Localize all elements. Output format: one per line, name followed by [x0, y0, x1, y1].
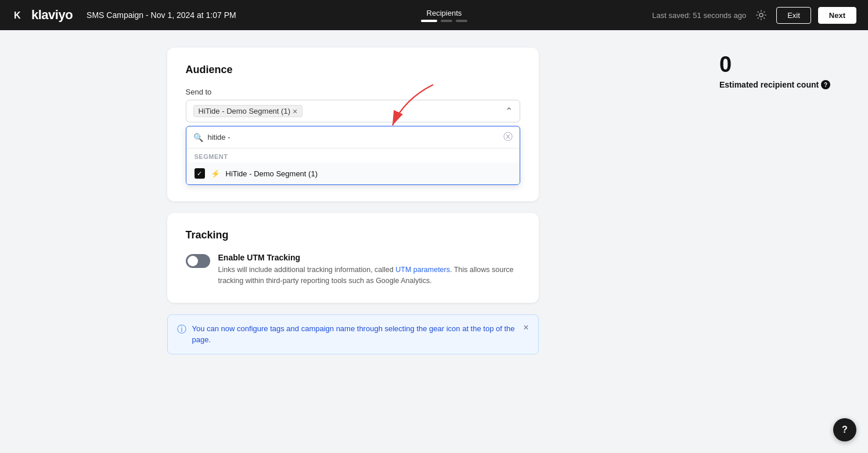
send-to-tags: HiTide - Demo Segment (1) × [193, 105, 303, 117]
settings-button[interactable] [753, 7, 769, 23]
checkbox-checked-icon: ✓ [195, 168, 205, 179]
audience-card-title: Audience [186, 64, 520, 76]
last-saved-text: Last saved: 51 seconds ago [652, 11, 746, 20]
step-dot-3 [456, 20, 467, 22]
segment-search-input[interactable] [208, 133, 499, 142]
utm-toggle-desc: Links will include additional tracking i… [218, 264, 520, 287]
utm-toggle-label: Enable UTM Tracking [218, 253, 520, 262]
tracking-card: Tracking Enable UTM Tracking Links will … [167, 213, 539, 303]
klaviyo-logo-icon: K [12, 7, 28, 23]
tag-close-icon[interactable]: × [293, 107, 297, 115]
main-content: Audience Send to HiTide - Demo Segment (… [0, 0, 868, 453]
step-dot-2 [441, 20, 452, 22]
segment-dropdown[interactable]: 🔍 ⓧ Segment ✓ ⚡ HiTide - Demo Segment (1… [186, 126, 520, 185]
gear-icon [755, 9, 767, 21]
content-area: Audience Send to HiTide - Demo Segment (… [0, 30, 705, 453]
step-label: Recipients [427, 9, 462, 17]
utm-parameters-link[interactable]: UTM parameters [395, 266, 450, 274]
search-clear-icon[interactable]: ⓧ [503, 131, 513, 143]
campaign-title: SMS Campaign - Nov 1, 2024 at 1:07 PM [87, 10, 236, 20]
dropdown-item-hitide[interactable]: ✓ ⚡ HiTide - Demo Segment (1) [186, 162, 520, 184]
steps-indicator: Recipients [246, 9, 643, 22]
count-number: 0 [719, 53, 732, 75]
help-fab-button[interactable]: ? [833, 418, 856, 441]
desc-prefix: Links will include additional tracking i… [218, 266, 396, 274]
checkmark-icon: ✓ [197, 170, 202, 177]
exit-button[interactable]: Exit [776, 7, 811, 24]
bolt-icon: ⚡ [211, 169, 220, 178]
sidebar-right: 0 Estimated recipient count ? [705, 30, 868, 453]
utm-toggle-text: Enable UTM Tracking Links will include a… [218, 253, 520, 287]
audience-card: Audience Send to HiTide - Demo Segment (… [167, 48, 539, 201]
step-dots [421, 20, 467, 22]
count-help-icon[interactable]: ? [821, 80, 830, 89]
send-to-label: Send to [186, 88, 520, 96]
count-label: Estimated recipient count ? [719, 80, 830, 89]
top-navigation: K klaviyo SMS Campaign - Nov 1, 2024 at … [0, 0, 868, 30]
info-icon: ⓘ [177, 324, 186, 336]
tag-label: HiTide - Demo Segment (1) [199, 107, 290, 115]
utm-toggle[interactable] [186, 254, 210, 268]
logo-text: klaviyo [31, 8, 73, 23]
utm-toggle-row: Enable UTM Tracking Links will include a… [186, 253, 520, 287]
send-to-select[interactable]: HiTide - Demo Segment (1) × ⌃ [186, 100, 520, 122]
search-icon: 🔍 [193, 133, 203, 142]
info-banner: ⓘ You can now configure tags and campaig… [167, 314, 539, 354]
tracking-card-title: Tracking [186, 229, 520, 241]
selected-tag: HiTide - Demo Segment (1) × [193, 105, 303, 117]
search-box: 🔍 ⓧ [186, 126, 520, 148]
count-label-text: Estimated recipient count [719, 80, 819, 89]
dropdown-section-label: Segment [186, 148, 520, 162]
toggle-knob [188, 256, 198, 266]
svg-text:K: K [14, 10, 21, 20]
next-button[interactable]: Next [818, 7, 856, 24]
step-dot-1 [421, 20, 437, 22]
topnav-right: Last saved: 51 seconds ago Exit Next [652, 7, 856, 24]
logo: K klaviyo [12, 7, 73, 23]
info-banner-close-icon[interactable]: × [523, 322, 528, 333]
recipient-count: 0 Estimated recipient count ? [719, 53, 830, 89]
info-banner-text: You can now configure tags and campaign … [192, 323, 518, 346]
chevron-up-icon: ⌃ [505, 106, 513, 117]
dropdown-item-text: HiTide - Demo Segment (1) [226, 169, 318, 178]
